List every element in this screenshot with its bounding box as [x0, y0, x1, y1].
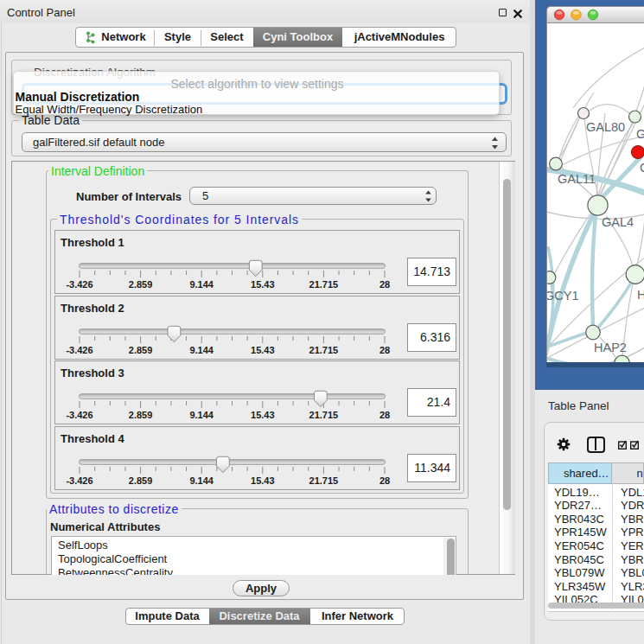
svg-text:GAL11: GAL11: [558, 172, 596, 186]
svg-text:9.144: 9.144: [189, 410, 214, 420]
svg-text:21.715: 21.715: [309, 475, 339, 486]
svg-text:-3.426: -3.426: [66, 410, 92, 420]
svg-text:2.859: 2.859: [129, 410, 153, 420]
svg-text:28: 28: [379, 410, 390, 420]
svg-text:15.43: 15.43: [251, 475, 275, 486]
svg-text:-3.426: -3.426: [66, 279, 92, 290]
svg-text:2.859: 2.859: [129, 475, 153, 486]
svg-text:15.43: 15.43: [251, 345, 275, 355]
svg-text:28: 28: [379, 475, 390, 486]
svg-text:C: C: [640, 161, 644, 175]
svg-text:2.859: 2.859: [129, 345, 153, 355]
svg-text:9.144: 9.144: [189, 345, 214, 355]
svg-text:GAL80: GAL80: [586, 120, 625, 134]
svg-text:2.859: 2.859: [129, 279, 153, 290]
svg-text:-3.426: -3.426: [66, 345, 92, 355]
svg-text:GAL4: GAL4: [602, 215, 634, 229]
svg-text:GCY1: GCY1: [547, 289, 579, 303]
svg-text:HAP2: HAP2: [594, 341, 627, 354]
svg-text:28: 28: [379, 279, 390, 290]
svg-text:9.144: 9.144: [189, 279, 214, 290]
svg-text:-3.426: -3.426: [66, 475, 92, 486]
svg-text:GA: GA: [636, 127, 644, 141]
svg-text:21.715: 21.715: [309, 345, 339, 355]
svg-text:15.43: 15.43: [251, 279, 275, 290]
svg-text:H: H: [637, 288, 644, 302]
svg-text:21.715: 21.715: [309, 279, 339, 290]
svg-text:15.43: 15.43: [251, 410, 275, 420]
svg-text:9.144: 9.144: [189, 475, 214, 486]
svg-text:21.715: 21.715: [309, 410, 339, 420]
svg-text:28: 28: [379, 345, 390, 355]
